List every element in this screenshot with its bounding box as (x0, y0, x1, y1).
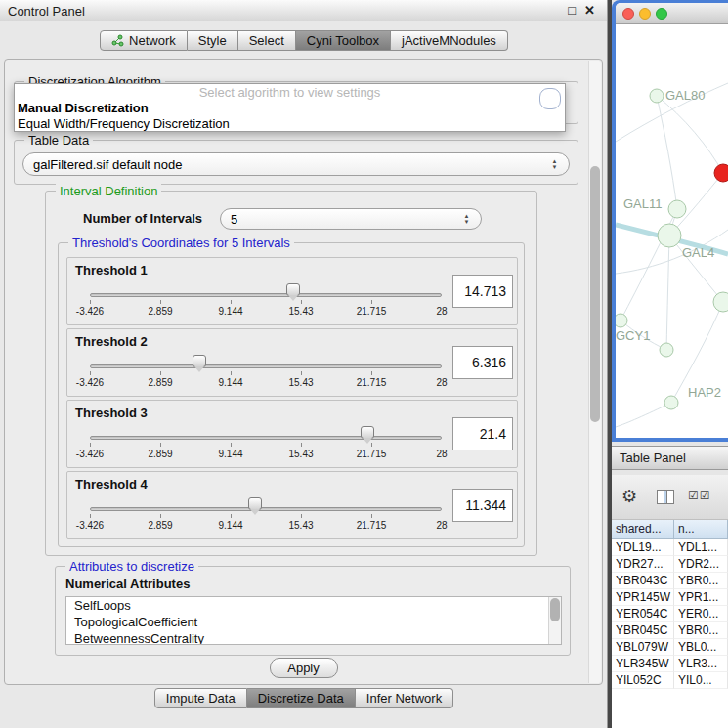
network-node[interactable] (660, 343, 673, 357)
threshold-4-slider[interactable]: -3.426 2.859 9.144 15.43 21.715 28 (90, 493, 442, 536)
slider-track[interactable] (90, 293, 442, 297)
table-cell[interactable]: YBR043C (612, 573, 674, 589)
select-columns-icon[interactable]: ☑☑ (688, 489, 711, 502)
table-row[interactable]: YBR045C YBR0... (612, 622, 728, 639)
close-icon[interactable]: ✕ (584, 3, 595, 18)
table-cell[interactable]: YDL1... (674, 539, 728, 556)
table-row[interactable]: YPR145W YPR1... (612, 589, 728, 606)
tick-label: 2.859 (148, 377, 172, 388)
slider-thumb[interactable] (248, 497, 262, 510)
tick-label: 15.43 (288, 449, 313, 459)
threshold-2-slider[interactable]: -3.426 2.859 9.144 15.43 21.715 28 (90, 351, 442, 394)
threshold-3-value-field[interactable]: 21.4 (452, 417, 513, 450)
network-canvas[interactable]: GAL80 GAL11 GAL4 GCY1 HAP2 (616, 24, 728, 438)
column-header-shared-name[interactable]: shared... (612, 520, 674, 539)
tick-label: 21.715 (357, 520, 387, 531)
tab-network[interactable]: Network (100, 30, 188, 51)
table-panel-header[interactable]: Table Panel (612, 446, 728, 470)
table-row[interactable]: YBL079W YBL0... (612, 639, 728, 656)
tab-style[interactable]: Style (188, 30, 238, 51)
network-node[interactable] (616, 314, 627, 327)
network-icon (111, 34, 124, 47)
table-data-combobox[interactable]: galFiltered.sif default node ▲ ▼ (22, 152, 570, 176)
tick-label: 9.144 (218, 449, 242, 459)
table-row[interactable]: YLR345W YLR3... (612, 656, 728, 672)
tick-label: 28 (436, 377, 447, 388)
list-item[interactable]: SelfLoops (66, 597, 561, 614)
table-cell[interactable]: YPR145W (612, 589, 674, 606)
tab-jactivemodules[interactable]: jActiveMNodules (391, 30, 508, 51)
threshold-2-value-field[interactable]: 6.316 (452, 346, 513, 379)
dropdown-option-equal-width-frequency[interactable]: Equal Width/Frequency Discretization (15, 116, 565, 132)
combobox-value: galFiltered.sif default node (23, 157, 547, 172)
dropdown-option-manual-discretization[interactable]: Manual Discretization (15, 101, 565, 116)
thresholds-group: Threshold's Coordinates for 5 Intervals … (58, 242, 525, 547)
tab-infer-network[interactable]: Infer Network (356, 688, 453, 708)
list-item[interactable]: BetweennessCentrality (66, 630, 561, 645)
threshold-1-slider[interactable]: -3.426 2.859 9.144 15.43 21.715 28 (90, 279, 442, 322)
threshold-3-slider[interactable]: -3.426 2.859 9.144 15.43 21.715 28 (90, 422, 442, 465)
table-cell[interactable]: YBR0... (674, 622, 728, 639)
network-node[interactable] (713, 292, 728, 312)
slider-track[interactable] (90, 364, 442, 368)
table-cell[interactable]: YLR345W (612, 656, 674, 672)
table-cell[interactable]: YBR045C (612, 622, 674, 639)
network-node[interactable] (664, 396, 678, 409)
slider-thumb[interactable] (286, 283, 300, 296)
threshold-label: Threshold 3 (75, 406, 148, 420)
table-row[interactable]: YER054C YER0... (612, 606, 728, 622)
float-window-icon[interactable]: □ (568, 3, 576, 18)
tab-label: Select (249, 31, 284, 50)
algorithm-combobox-edge[interactable] (539, 88, 561, 109)
tab-discretize-data[interactable]: Discretize Data (247, 688, 356, 708)
tab-impute-data[interactable]: Impute Data (154, 688, 247, 708)
column-header-name[interactable]: n... (674, 520, 728, 539)
table-cell[interactable]: YBL0... (674, 639, 728, 656)
columns-icon[interactable] (657, 490, 674, 504)
table-cell[interactable]: YPR1... (674, 589, 728, 606)
table-cell[interactable]: YDL19... (612, 539, 674, 556)
scrollbar-thumb[interactable] (550, 598, 560, 621)
apply-button[interactable]: Apply (270, 658, 338, 678)
zoom-traffic-light[interactable] (656, 8, 667, 20)
table-row[interactable]: YIL052C YIL0... (612, 672, 728, 689)
network-node[interactable] (658, 224, 681, 247)
table-cell[interactable]: YDR27... (612, 556, 674, 573)
table-cell[interactable]: YIL052C (612, 672, 674, 689)
num-intervals-combobox[interactable]: 5 ▲ ▼ (220, 208, 482, 230)
table-cell[interactable]: YLR3... (674, 656, 728, 672)
minimize-traffic-light[interactable] (639, 8, 651, 20)
tick-label: 9.144 (218, 306, 242, 317)
network-node-selected[interactable] (714, 164, 728, 182)
table-row[interactable]: YDL19... YDL1... (612, 539, 728, 556)
tick-label: 15.43 (288, 520, 313, 531)
table-cell[interactable]: YIL0... (674, 672, 728, 689)
scrollbar-thumb[interactable] (590, 166, 600, 422)
slider-thumb[interactable] (193, 355, 206, 367)
table-cell[interactable]: YBL079W (612, 639, 674, 656)
threshold-4-value-field[interactable]: 11.344 (452, 489, 513, 522)
table-cell[interactable]: YBR0... (674, 573, 728, 589)
table-cell[interactable]: YER0... (674, 606, 728, 622)
slider-track[interactable] (90, 507, 442, 511)
stepper-icon: ▲ ▼ (547, 158, 562, 170)
slider-track[interactable] (90, 436, 442, 440)
tab-select[interactable]: Select (238, 30, 296, 51)
table-cell[interactable]: YER054C (612, 606, 674, 622)
slider-thumb[interactable] (361, 426, 374, 439)
panel-scrollbar[interactable] (588, 61, 601, 683)
network-node[interactable] (668, 200, 686, 218)
threshold-label: Threshold 1 (75, 263, 148, 278)
threshold-1-value-field[interactable]: 14.713 (452, 275, 513, 308)
table-header-row: shared... n... (612, 520, 728, 539)
table-row[interactable]: YBR043C YBR0... (612, 573, 728, 589)
list-scrollbar[interactable] (548, 597, 561, 644)
close-traffic-light[interactable] (622, 8, 634, 20)
table-row[interactable]: YDR27... YDR2... (612, 556, 728, 573)
network-node[interactable] (650, 89, 664, 103)
tab-cyni-toolbox[interactable]: Cyni Toolbox (296, 30, 391, 51)
gear-icon[interactable]: ⚙ (621, 486, 637, 507)
list-item[interactable]: TopologicalCoefficient (66, 614, 561, 630)
network-window-titlebar[interactable] (616, 3, 728, 24)
table-cell[interactable]: YDR2... (674, 556, 728, 573)
